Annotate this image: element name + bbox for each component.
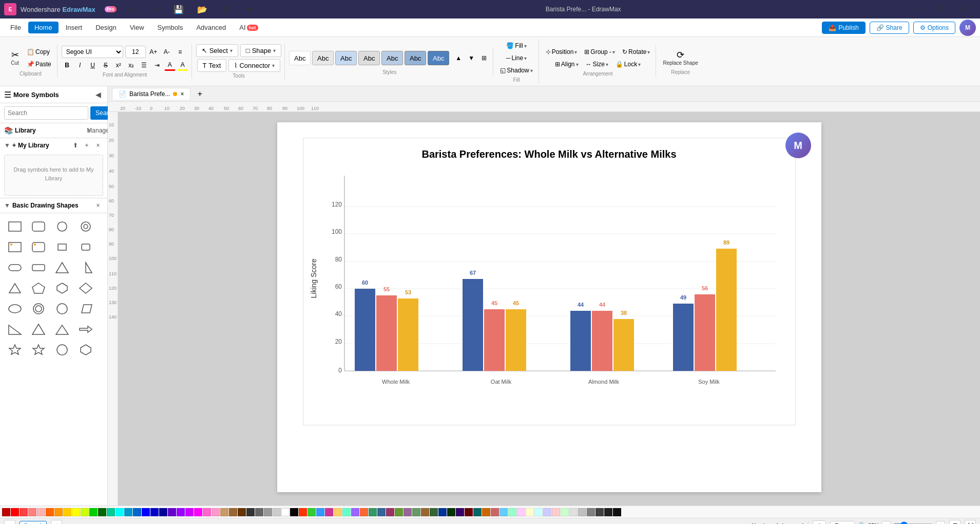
color-swatch[interactable] xyxy=(342,508,351,516)
color-swatch[interactable] xyxy=(238,508,246,516)
shape-arrow-shape[interactable] xyxy=(75,320,97,339)
color-swatch[interactable] xyxy=(543,508,551,516)
zoom-slider[interactable] xyxy=(893,521,934,525)
font-increase-button[interactable]: A+ xyxy=(148,46,159,58)
color-swatch[interactable] xyxy=(412,508,420,516)
color-swatch[interactable] xyxy=(20,508,28,516)
menu-symbols[interactable]: Symbols xyxy=(151,22,189,33)
add-page-button[interactable]: + xyxy=(51,520,62,525)
font-size-input[interactable] xyxy=(125,46,146,58)
style-6[interactable]: Abc xyxy=(405,51,426,65)
color-swatch[interactable] xyxy=(465,508,473,516)
shape-star[interactable] xyxy=(4,341,26,359)
shape-right-triangle-2[interactable] xyxy=(4,320,26,339)
color-swatch[interactable] xyxy=(168,508,176,516)
shape-right-angle-tri[interactable] xyxy=(51,320,73,339)
list-button[interactable]: ☰ xyxy=(139,60,150,71)
shape-star2[interactable] xyxy=(28,341,49,359)
shape-button[interactable]: □ Shape ▾ xyxy=(240,44,281,57)
manage-button[interactable]: Manage xyxy=(93,125,103,136)
color-swatch[interactable] xyxy=(499,508,508,516)
save-button[interactable]: 💾 xyxy=(167,0,190,18)
publish-button[interactable]: 📤 Publish xyxy=(822,22,865,34)
color-swatch[interactable] xyxy=(482,508,490,516)
color-swatch[interactable] xyxy=(220,508,228,516)
color-swatch[interactable] xyxy=(264,508,272,516)
color-swatch[interactable] xyxy=(281,508,290,516)
color-swatch[interactable] xyxy=(63,508,71,516)
bar-g2-pink[interactable] xyxy=(484,309,505,371)
styles-scroll-up[interactable]: ▲ xyxy=(453,52,464,64)
undo-button[interactable]: ↩ xyxy=(120,0,143,18)
color-swatch[interactable] xyxy=(308,508,316,516)
redo-button[interactable]: ↪ xyxy=(143,0,167,18)
color-swatch[interactable] xyxy=(395,508,403,516)
color-swatch[interactable] xyxy=(456,508,464,516)
quick-access-button[interactable]: ⚙ xyxy=(214,0,238,18)
color-swatch[interactable] xyxy=(351,508,359,516)
minimize-button[interactable]: ─ xyxy=(905,0,929,18)
shadow-button[interactable]: ◱ Shadow ▾ xyxy=(497,65,535,76)
style-1[interactable]: Abc xyxy=(289,51,311,65)
bar-g1-yellow[interactable] xyxy=(398,298,418,371)
shape-circle[interactable] xyxy=(51,217,73,236)
color-swatch[interactable] xyxy=(299,508,307,516)
color-swatch[interactable] xyxy=(369,508,377,516)
color-swatch[interactable] xyxy=(2,508,10,516)
lock-button[interactable]: 🔒 Lock ▾ xyxy=(613,59,643,70)
my-library-header[interactable]: ▼ + My Library ⬆ + × xyxy=(0,138,107,153)
color-swatch[interactable] xyxy=(508,508,516,516)
user-avatar[interactable]: M xyxy=(959,20,976,36)
color-swatch[interactable] xyxy=(569,508,578,516)
basic-shapes-header[interactable]: ▼ Basic Drawing Shapes × xyxy=(0,198,107,213)
color-swatch[interactable] xyxy=(194,508,202,516)
color-swatch[interactable] xyxy=(72,508,80,516)
page-toggle-button[interactable]: □ xyxy=(4,520,15,525)
color-swatch[interactable] xyxy=(438,508,447,516)
shape-stadium[interactable] xyxy=(4,258,26,277)
shape-pentagon[interactable] xyxy=(28,279,49,297)
shape-right-triangle[interactable] xyxy=(75,258,97,277)
color-swatch[interactable] xyxy=(89,508,98,516)
fullscreen-button[interactable]: ⛶ xyxy=(965,520,976,525)
color-swatch[interactable] xyxy=(290,508,298,516)
style-7[interactable]: Abc xyxy=(428,51,449,65)
bar-g4-blue[interactable] xyxy=(673,304,694,371)
color-swatch[interactable] xyxy=(81,508,89,516)
color-swatch[interactable] xyxy=(430,508,438,516)
shape-triangle-hollow[interactable] xyxy=(4,279,26,297)
color-swatch[interactable] xyxy=(133,508,141,516)
bar-g2-blue[interactable] xyxy=(463,279,483,371)
color-swatch[interactable] xyxy=(212,508,220,516)
bar-g1-pink[interactable] xyxy=(376,295,397,371)
tab-close-button[interactable]: × xyxy=(180,90,184,98)
color-swatch[interactable] xyxy=(403,508,412,516)
color-swatch[interactable] xyxy=(473,508,482,516)
shape-circle-outline[interactable] xyxy=(51,300,73,318)
shape-circle-3[interactable] xyxy=(51,341,73,359)
copy-button[interactable]: 📋 Copy xyxy=(24,46,54,58)
focus-button[interactable]: Focus xyxy=(830,521,855,525)
color-swatch[interactable] xyxy=(578,508,586,516)
shape-hollow-circle[interactable] xyxy=(75,217,97,236)
menu-advanced[interactable]: Advanced xyxy=(190,22,232,33)
color-swatch[interactable] xyxy=(386,508,394,516)
share-button[interactable]: 🔗 Share xyxy=(870,22,909,34)
shape-square-dot[interactable] xyxy=(4,238,26,256)
sidebar-menu-icon[interactable]: ☰ xyxy=(4,90,11,100)
bar-g4-yellow[interactable] xyxy=(716,249,737,371)
color-swatch[interactable] xyxy=(316,508,324,516)
connector-button[interactable]: ⌇ Connector ▾ xyxy=(228,59,280,72)
color-swatch[interactable] xyxy=(37,508,45,516)
shape-hexagon[interactable] xyxy=(51,279,73,297)
align-button[interactable]: ⊞ Align ▾ xyxy=(552,59,581,70)
select-button[interactable]: ↖ Select ▾ xyxy=(196,44,238,57)
shape-ellipse[interactable] xyxy=(4,300,26,318)
position-button[interactable]: ⊹ Position ▾ xyxy=(543,46,580,58)
my-library-close-button[interactable]: × xyxy=(93,140,103,151)
my-library-export-button[interactable]: ⬆ xyxy=(70,140,81,151)
rotate-button[interactable]: ↻ Rotate ▾ xyxy=(620,46,652,58)
bar-g3-yellow[interactable] xyxy=(613,319,634,371)
font-decrease-button[interactable]: A- xyxy=(161,46,172,58)
color-swatch[interactable] xyxy=(613,508,621,516)
